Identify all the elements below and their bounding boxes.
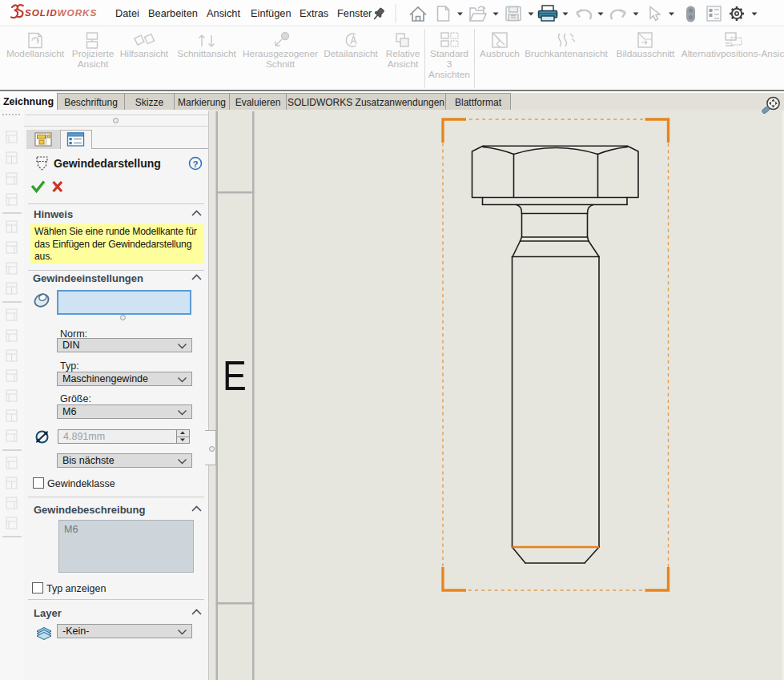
- svg-text:?: ?: [192, 159, 198, 169]
- svg-text:E: E: [223, 352, 247, 399]
